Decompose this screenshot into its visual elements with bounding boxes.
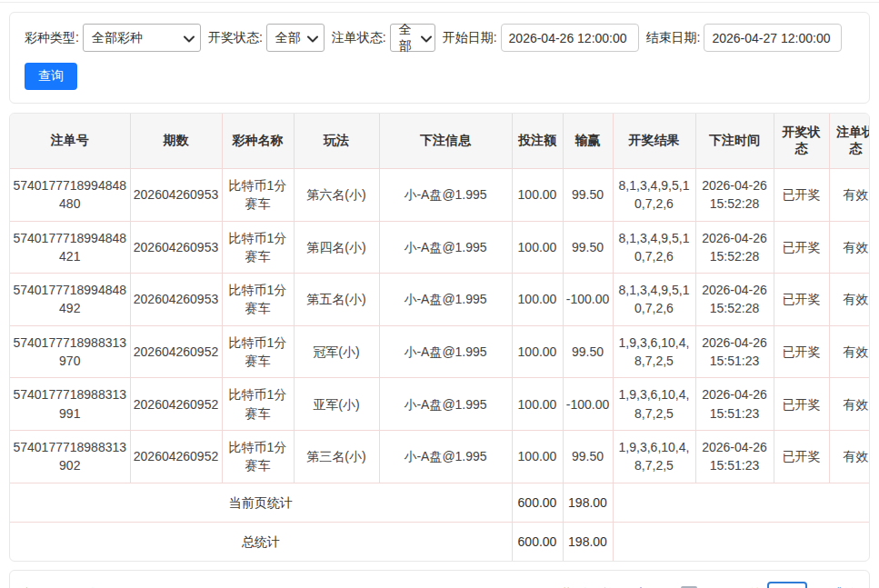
cell-bet-info: 小-A盘@1.995 [379,325,512,378]
cell-order-status: 有效 [829,378,870,431]
cell-bet-info: 小-A盘@1.995 [379,430,512,483]
column-header-draw-status: 开奖状态 [774,114,829,169]
cell-draw-status: 已开奖 [774,430,829,483]
cell-period: 202604260952 [130,325,222,378]
cell-bet-amount: 100.00 [512,274,563,326]
cell-draw-status: 已开奖 [774,169,829,222]
cell-order-id: 5740177718988313991 [10,378,130,431]
cell-win-loss: 99.50 [563,169,613,222]
cell-period: 202604260952 [130,430,222,483]
page-summary-blank [613,483,870,522]
bet-records-table: 注单号期数彩种名称玩法下注信息投注额输赢开奖结果下注时间开奖状态注单状态 574… [10,114,870,561]
column-header-play-type: 玩法 [294,114,379,169]
cell-bet-amount: 100.00 [512,378,563,431]
cell-lottery-name: 比特币1分赛车 [222,169,294,222]
page-summary-row: 当前页统计 600.00 198.00 [10,483,870,522]
lottery-type-label: 彩种类型: [25,30,79,46]
cell-order-id: 5740177718988313970 [10,325,130,378]
page-summary-bet-total: 600.00 [512,483,563,522]
table-row: 5740177718988313991202604260952比特币1分赛车亚军… [10,378,870,431]
cell-bet-amount: 100.00 [512,169,563,222]
cell-win-loss: -100.00 [563,274,613,326]
filter-panel: 彩种类型: 全部彩种 开奖状态: 全部 注单状态: 全部 开始日期: 结束日期:… [9,12,870,104]
total-summary-bet-total: 600.00 [512,522,563,561]
page-top-divider [0,2,879,3]
cell-lottery-name: 比特币1分赛车 [222,274,294,326]
column-header-order-id: 注单号 [10,114,130,169]
cell-period: 202604260953 [130,274,222,326]
end-date-input[interactable] [704,24,842,52]
cell-order-status: 有效 [829,274,870,326]
chevron-down-icon [421,31,432,45]
page-summary-label: 当前页统计 [10,483,512,522]
column-header-lottery-name: 彩种名称 [222,114,294,169]
cell-bet-time: 2026-04-26 15:51:23 [695,430,774,483]
end-date-label: 结束日期: [646,30,701,46]
column-header-bet-info: 下注信息 [379,114,512,169]
table-row: 5740177718988313970202604260952比特币1分赛车冠军… [10,325,870,378]
cell-play-type: 冠军(小) [294,325,379,378]
order-status-select[interactable]: 全部 [390,24,435,52]
lottery-type-select[interactable]: 全部彩种 [83,24,201,52]
bet-records-table-panel: 注单号期数彩种名称玩法下注信息投注额输赢开奖结果下注时间开奖状态注单状态 574… [9,113,870,562]
table-row: 5740177718994848480202604260953比特币1分赛车第六… [10,169,870,222]
cell-win-loss: -100.00 [563,378,613,431]
cell-play-type: 亚军(小) [294,378,379,431]
cell-bet-time: 2026-04-26 15:51:23 [695,378,774,431]
column-header-bet-time: 下注时间 [695,114,774,169]
cell-bet-amount: 100.00 [512,430,563,483]
cell-draw-status: 已开奖 [774,221,829,274]
cell-bet-time: 2026-04-26 15:52:28 [695,274,774,326]
cell-period: 202604260953 [130,221,222,274]
cell-order-id: 5740177718994848480 [10,169,130,222]
cell-order-id: 5740177718988313902 [10,430,130,483]
draw-status-select[interactable]: 全部 [266,24,325,52]
lottery-type-value: 全部彩种 [92,30,143,46]
cell-win-loss: 99.50 [563,325,613,378]
cell-bet-info: 小-A盘@1.995 [379,378,512,431]
cell-play-type: 第五名(小) [294,274,379,326]
cell-bet-info: 小-A盘@1.995 [379,274,512,326]
table-row: 5740177718994848421202604260953比特币1分赛车第四… [10,221,870,274]
start-date-input[interactable] [501,24,639,52]
cell-lottery-name: 比特币1分赛车 [222,221,294,274]
table-body: 5740177718994848480202604260953比特币1分赛车第六… [10,169,870,562]
cell-draw-result: 8,1,3,4,9,5,10,7,2,6 [613,169,695,222]
query-button[interactable]: 查询 [25,63,77,90]
column-header-order-status: 注单状态 [829,114,870,169]
order-status-label: 注单状态: [332,30,386,46]
cell-bet-info: 小-A盘@1.995 [379,221,512,274]
cell-bet-time: 2026-04-26 15:51:23 [695,325,774,378]
cell-play-type: 第四名(小) [294,221,379,274]
cell-draw-status: 已开奖 [774,378,829,431]
cell-bet-amount: 100.00 [512,221,563,274]
column-header-win-loss: 输赢 [563,114,613,169]
table-row: 5740177718994848492202604260953比特币1分赛车第五… [10,274,870,326]
cell-order-id: 5740177718994848421 [10,221,130,274]
total-summary-row: 总统计 600.00 198.00 [10,522,870,561]
table-row: 5740177718988313902202604260952比特币1分赛车第三… [10,430,870,483]
cell-period: 202604260952 [130,378,222,431]
cell-draw-result: 8,1,3,4,9,5,10,7,2,6 [613,221,695,274]
cell-draw-result: 1,9,3,6,10,4,8,7,2,5 [613,378,695,431]
total-summary-win-total: 198.00 [563,522,613,561]
pager: 共6条 首页 上一页 1 下一页 第 页 跳转 [560,582,856,588]
cell-draw-status: 已开奖 [774,325,829,378]
cell-draw-result: 1,9,3,6,10,4,8,7,2,5 [613,325,695,378]
cell-order-status: 有效 [829,430,870,483]
cell-order-id: 5740177718994848492 [10,274,130,326]
cell-lottery-name: 比特币1分赛车 [222,325,294,378]
draw-status-value: 全部 [275,30,301,46]
cell-order-status: 有效 [829,221,870,274]
cell-lottery-name: 比特币1分赛车 [222,430,294,483]
cell-bet-info: 小-A盘@1.995 [379,169,512,222]
cell-bet-time: 2026-04-26 15:52:28 [695,221,774,274]
jump-page-input[interactable] [767,582,807,588]
cell-order-status: 有效 [829,325,870,378]
cell-period: 202604260953 [130,169,222,222]
start-date-label: 开始日期: [443,30,497,46]
cell-draw-result: 1,9,3,6,10,4,8,7,2,5 [613,430,695,483]
table-header-row: 注单号期数彩种名称玩法下注信息投注额输赢开奖结果下注时间开奖状态注单状态 [10,114,870,169]
cell-draw-result: 8,1,3,4,9,5,10,7,2,6 [613,274,695,326]
cell-win-loss: 99.50 [563,430,613,483]
